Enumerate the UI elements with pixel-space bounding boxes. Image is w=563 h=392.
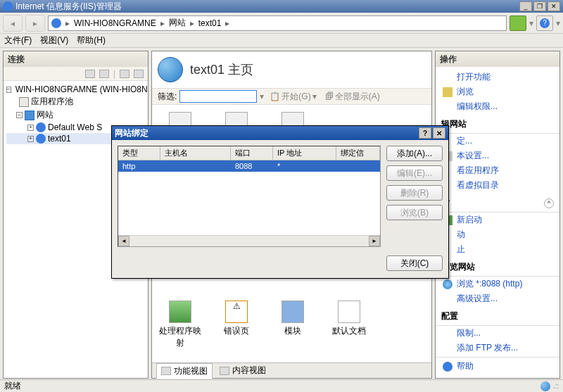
maximize-button[interactable]: ❐ [533,1,546,11]
action-stop[interactable]: 止 [436,242,559,257]
menu-file[interactable]: 文件(F) [4,34,32,46]
browse-button[interactable]: 浏览(B) [386,205,443,220]
menu-help[interactable]: 帮助(H) [77,34,106,46]
close-button[interactable]: ✕ [548,1,560,11]
menu-view[interactable]: 视图(V) [40,34,68,46]
handler-icon [169,301,191,323]
col-host[interactable]: 主机名 [160,146,231,160]
delete-button[interactable]: 删除(R) [386,185,443,201]
binding-row[interactable]: http 8088 * [118,160,380,172]
section-browse-site: 浏览网站 [436,258,559,277]
action-basic-settings[interactable]: 本设置... [436,148,559,163]
actions-header: 操作 [436,51,559,67]
feature-error-pages[interactable]: ⚠错误页 [215,301,258,349]
app-pool-icon [19,97,29,107]
connections-header: 连接 [4,51,148,67]
site-bindings-dialog: 网站绑定 ? ✕ 类型 主机名 端口 IP 地址 绑定信 http 8088 *… [111,125,449,279]
expander-icon[interactable]: − [16,112,23,118]
feature-default-document[interactable]: 默认文档 [328,301,370,349]
refresh-button[interactable] [510,15,526,31]
server-label: WIN-HIO8NGRAMNE (WIN-HIO8N [15,84,148,94]
feature-handler-mappings[interactable]: 处理程序映射 [159,301,201,349]
blank-icon [443,102,453,112]
toolbar-icon[interactable] [134,70,144,78]
expander-icon[interactable]: + [27,125,34,131]
expander-icon[interactable]: + [27,136,34,142]
dialog-title: 网站绑定 [115,127,148,139]
cell-port: 8088 [231,160,273,172]
resize-grip: .:: [553,382,559,390]
action-browse[interactable]: 浏览 [436,84,559,99]
col-ip[interactable]: IP 地址 [273,146,336,160]
dialog-help-button[interactable]: ? [419,127,431,139]
scroll-left-icon[interactable]: ◄ [118,236,129,246]
action-start[interactable]: 动 [436,227,559,242]
folder-icon [443,87,453,97]
action-restart[interactable]: 新启动 [436,213,559,227]
dropdown-icon[interactable]: ▾ [529,18,533,28]
tree-app-pools[interactable]: 应用程序池 [6,95,145,108]
action-edit-permissions[interactable]: 编辑权限... [436,99,559,114]
chevron-right-icon: ▸ [222,18,232,28]
dialog-close-button[interactable]: ✕ [433,127,445,139]
tree-sites[interactable]: − 网站 [6,108,145,122]
expander-icon[interactable]: − [6,87,11,93]
action-help[interactable]: 帮助 [436,359,559,374]
action-view-apps[interactable]: 看应用程序 [436,163,559,178]
view-tabs: 功能视图 内容视图 [152,362,431,378]
collapse-icon[interactable]: ^ [544,198,554,208]
col-binding-info[interactable]: 绑定信 [336,146,380,160]
arrow-left-icon [9,18,16,28]
sites-label: 网站 [37,109,53,121]
cell-host [160,160,231,172]
address-bar: ▸ WIN-HIO8NGRAMNE ▸ 网站 ▸ text01 ▸ ▾ ? ▾ [0,13,563,34]
add-button[interactable]: 添加(A)... [386,146,443,161]
dialog-buttons: 添加(A)... 编辑(E)... 删除(R) 浏览(B) [386,146,443,247]
help-button[interactable]: ? [536,15,553,31]
scroll-right-icon[interactable]: ► [369,236,380,246]
edit-button[interactable]: 编辑(E)... [386,165,443,181]
action-open-feature[interactable]: 打开功能 [436,70,559,84]
breadcrumb-seg-sites[interactable]: 网站 [169,17,186,29]
breadcrumb[interactable]: ▸ WIN-HIO8NGRAMNE ▸ 网站 ▸ text01 ▸ [48,15,507,31]
feature-modules[interactable]: 模块 [272,301,314,349]
blank-icon [443,329,453,339]
tab-icon [161,367,171,375]
section-config: 配置 [436,308,559,326]
cell-binding-info [336,160,380,172]
toolbar-icon[interactable] [85,70,95,78]
blank-icon [443,343,453,353]
start-button[interactable]: 📋开始(G) ▾ [267,91,319,103]
action-browse-8088[interactable]: 浏览 *:8088 (http) [436,277,559,291]
tab-content-view[interactable]: 内容视图 [215,363,270,378]
status-text: 就绪 [4,380,21,392]
tab-features-view[interactable]: 功能视图 [156,363,213,379]
back-button[interactable] [3,15,23,32]
help-icon [443,362,453,372]
close-button[interactable]: 关闭(C) [386,255,443,271]
help-dropdown-icon[interactable]: ▾ [556,18,560,28]
col-port[interactable]: 端口 [231,146,273,160]
cell-type: http [118,160,160,172]
filter-input[interactable] [179,90,257,103]
action-bindings[interactable]: 定... [436,134,559,148]
blank-icon [443,72,453,82]
show-all-button[interactable]: 🗐全部显示(A) [322,91,383,103]
window-titlebar: Internet 信息服务(IIS)管理器 _ ❐ ✕ [0,0,563,13]
arrow-right-icon [32,18,39,28]
action-view-vdir[interactable]: 看虚拟目录 [436,178,559,193]
toolbar-icon[interactable] [99,70,109,78]
chevron-right-icon: ▸ [158,18,167,28]
col-type[interactable]: 类型 [118,146,160,160]
breadcrumb-seg-server[interactable]: WIN-HIO8NGRAMNE [74,18,156,28]
breadcrumb-seg-text01[interactable]: text01 [198,18,222,28]
minimize-button[interactable]: _ [519,1,532,11]
tree-server-node[interactable]: − WIN-HIO8NGRAMNE (WIN-HIO8N [6,84,145,95]
grid-scrollbar[interactable]: ◄ ► [118,235,380,246]
bindings-grid: 类型 主机名 端口 IP 地址 绑定信 http 8088 * ◄ ► [118,146,381,247]
toolbar-icon[interactable] [120,70,129,78]
action-limits[interactable]: 限制... [436,326,559,341]
action-add-ftp[interactable]: 添加 FTP 发布... [436,341,559,355]
forward-button[interactable] [25,15,45,32]
action-advanced-settings[interactable]: 高级设置... [436,291,559,306]
